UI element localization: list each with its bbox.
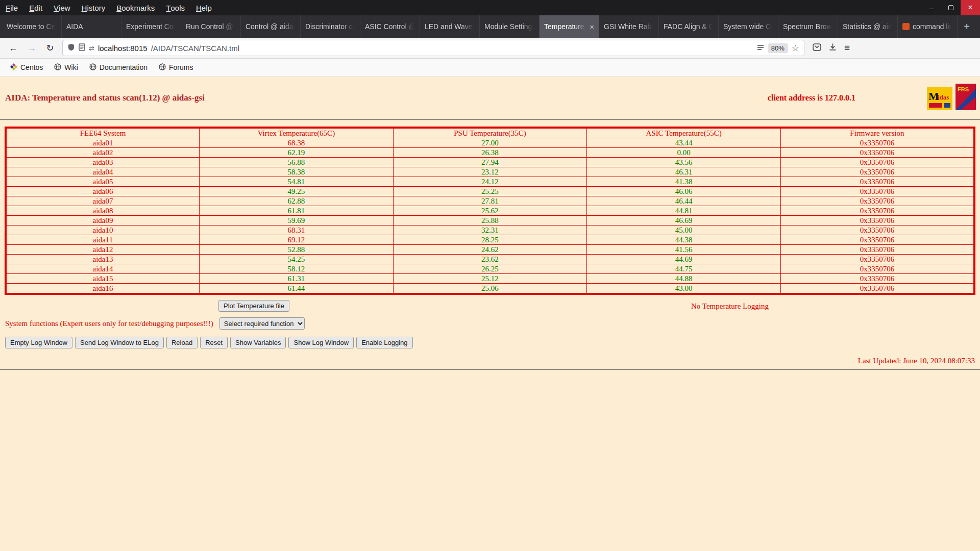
table-cell: 46.69 <box>587 216 781 226</box>
plot-temperature-button[interactable]: Plot Temperature file <box>218 300 289 312</box>
browser-tab[interactable]: Discriminator co <box>301 15 360 38</box>
table-row: aida0554.8124.1241.380x3350706 <box>6 177 974 187</box>
enable-logging-button[interactable]: Enable Logging <box>356 337 412 348</box>
send-log-window-elog-button[interactable]: Send Log Window to ELog <box>75 337 164 348</box>
empty-log-window-button[interactable]: Empty Log Window <box>5 337 72 348</box>
forward-button[interactable]: → <box>23 40 40 56</box>
bookmark-forums[interactable]: Forums <box>155 61 197 74</box>
table-cell: 0x3350706 <box>780 226 974 235</box>
pocket-icon[interactable] <box>813 43 821 54</box>
browser-tab[interactable]: System wide Co <box>719 15 778 38</box>
tab-favicon <box>902 23 910 30</box>
browser-tab[interactable]: Module Settings <box>480 15 540 38</box>
table-cell: 62.88 <box>200 196 394 206</box>
browser-tab[interactable]: Experiment Con <box>121 15 181 38</box>
show-log-window-button[interactable]: Show Log Window <box>288 337 354 348</box>
browser-tab[interactable]: Statistics @ aid <box>838 15 898 38</box>
browser-tab[interactable]: FADC Align & C <box>659 15 719 38</box>
url-bar[interactable]: ⇄ localhost:8015/AIDA/TSCAN/TSCAN.tml 80… <box>63 40 804 56</box>
tab-label: ASIC Control @ <box>365 22 415 31</box>
menu-tools[interactable]: Tools <box>160 0 190 15</box>
maximize-box <box>948 5 953 10</box>
tracking-shield-icon[interactable] <box>67 43 75 53</box>
reload-button[interactable]: ↻ <box>42 40 58 56</box>
menu-bookmarks[interactable]: Bookmarks <box>111 0 160 15</box>
table-cell: 54.81 <box>200 177 394 187</box>
browser-tab[interactable]: LED and Wavefo <box>420 15 480 38</box>
table-header-row: FEE64 System Virtex Temperature(65C) PSU… <box>6 128 974 138</box>
browser-tab[interactable]: command line <box>898 15 958 38</box>
table-cell: 59.69 <box>200 216 394 226</box>
new-tab-button[interactable]: + <box>958 15 976 38</box>
table-cell: 23.62 <box>393 255 587 264</box>
browser-tab[interactable]: Welcome to Cen <box>2 15 62 38</box>
table-cell: 0.00 <box>587 148 781 158</box>
tab-label: Experiment Con <box>126 22 176 31</box>
tab-label: Statistics @ aid <box>843 22 893 31</box>
table-row: aida0356.8827.9443.560x3350706 <box>6 158 974 167</box>
bookmark-label: Centos <box>20 63 43 71</box>
column-header-asic: ASIC Temperature(55C) <box>587 128 781 138</box>
bookmark-documentation[interactable]: Documentation <box>85 61 152 74</box>
toolbar-icons: ≡ <box>813 42 850 54</box>
menu-history[interactable]: History <box>76 0 111 15</box>
tab-label: Discriminator co <box>305 22 355 31</box>
tab-label: Temperature sc <box>544 22 586 31</box>
bookmark-star-icon[interactable]: ☆ <box>792 43 799 54</box>
browser-tab[interactable]: Temperature sc× <box>540 15 599 38</box>
table-cell: 46.44 <box>587 196 781 206</box>
window-controls: – × <box>922 0 980 15</box>
maximize-icon[interactable] <box>941 0 961 15</box>
table-cell: 58.38 <box>200 167 394 177</box>
menu-help[interactable]: Help <box>190 0 217 15</box>
table-cell: 26.38 <box>393 148 587 158</box>
zoom-level-badge[interactable]: 80% <box>768 43 788 53</box>
svg-text:FRS: FRS <box>958 86 969 92</box>
column-header-virtex: Virtex Temperature(65C) <box>200 128 394 138</box>
show-variables-button[interactable]: Show Variables <box>230 337 286 348</box>
table-cell: 25.88 <box>393 216 587 226</box>
reload-page-button[interactable]: Reload <box>166 337 198 348</box>
tab-label: FADC Align & C <box>664 22 714 31</box>
under-table-row: Plot Temperature file No Temperature Log… <box>0 299 980 316</box>
menu-view[interactable]: View <box>48 0 76 15</box>
table-cell: aida04 <box>6 167 200 177</box>
close-icon[interactable]: × <box>961 0 980 15</box>
tab-label: Run Control @ a <box>186 22 236 31</box>
menu-file[interactable]: File <box>0 0 23 15</box>
logging-status-text: No Temperature Logging <box>691 302 769 311</box>
table-cell: 27.81 <box>393 196 587 206</box>
download-icon[interactable] <box>828 43 837 54</box>
table-cell: 0x3350706 <box>780 235 974 245</box>
table-row: aida0168.3827.0043.440x3350706 <box>6 138 974 148</box>
table-cell: aida08 <box>6 206 200 216</box>
permissions-icon[interactable]: ⇄ <box>89 44 94 52</box>
table-row: aida0762.8827.8146.440x3350706 <box>6 196 974 206</box>
table-cell: aida15 <box>6 274 200 284</box>
browser-tab[interactable]: Run Control @ a <box>181 15 241 38</box>
browser-tab[interactable]: AIDA <box>62 15 121 38</box>
table-cell: 0x3350706 <box>780 264 974 274</box>
site-info-icon[interactable] <box>79 43 85 53</box>
function-select[interactable]: Select required function <box>219 317 305 330</box>
tab-close-icon[interactable]: × <box>590 22 594 31</box>
back-button[interactable]: ← <box>5 40 21 56</box>
bookmarks-bar: Centos Wiki Documentation Forums <box>0 59 980 77</box>
bookmark-wiki[interactable]: Wiki <box>50 61 82 74</box>
reset-button[interactable]: Reset <box>200 337 228 348</box>
browser-tab[interactable]: GSI White Rabb <box>599 15 659 38</box>
minimize-icon[interactable]: – <box>922 0 941 15</box>
table-cell: 69.12 <box>200 235 394 245</box>
browser-tab[interactable]: ASIC Control @ <box>360 15 420 38</box>
tab-bar: Welcome to CenAIDAExperiment ConRun Cont… <box>0 15 980 38</box>
table-cell: 61.31 <box>200 274 394 284</box>
browser-tab[interactable]: Spectrum Brow <box>778 15 838 38</box>
table-cell: 58.12 <box>200 264 394 274</box>
browser-tab[interactable]: Control @ aidas <box>241 15 301 38</box>
bookmark-centos[interactable]: Centos <box>6 61 47 74</box>
hamburger-menu-icon[interactable]: ≡ <box>844 42 850 54</box>
menu-edit[interactable]: Edit <box>23 0 48 15</box>
reader-mode-icon[interactable] <box>757 44 764 53</box>
client-address-text: client address is 127.0.0.1 <box>768 93 855 103</box>
top-divider <box>0 119 980 120</box>
